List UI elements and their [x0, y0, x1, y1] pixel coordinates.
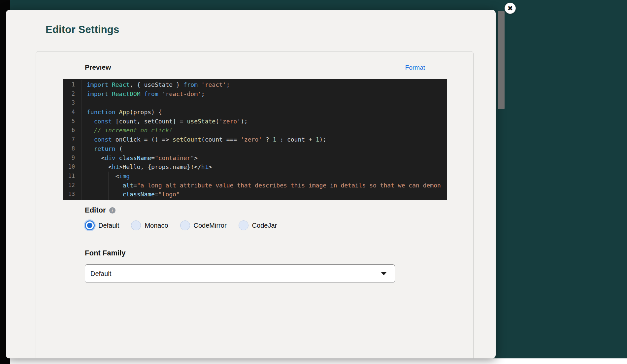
- format-link[interactable]: Format: [405, 64, 425, 71]
- line-number: 3: [63, 98, 75, 108]
- radio-option-label: CodeMirror: [194, 222, 227, 229]
- line-number: 13: [63, 190, 75, 199]
- line-number: 2: [63, 89, 75, 99]
- radio-unselected-icon[interactable]: [131, 220, 141, 230]
- radio-option-label: Default: [98, 222, 119, 229]
- preview-label: Preview: [85, 63, 111, 71]
- code-preview-editor[interactable]: 12345678910111213 import React, { useSta…: [63, 79, 447, 200]
- scrollbar-thumb[interactable]: [498, 11, 505, 109]
- code-line: function App(props) {: [87, 108, 447, 117]
- code-line: [87, 98, 447, 108]
- settings-panel: Preview Format 12345678910111213 import …: [36, 51, 474, 358]
- radio-option-codemirror[interactable]: CodeMirror: [180, 220, 227, 230]
- radio-option-label: CodeJar: [252, 222, 277, 229]
- radio-option-monaco[interactable]: Monaco: [131, 220, 168, 230]
- font-family-label: Font Family: [85, 249, 125, 257]
- radio-unselected-icon[interactable]: [239, 220, 248, 230]
- code-line: <div className="container">: [87, 153, 447, 163]
- line-number: 6: [63, 126, 75, 135]
- code-line: const [count, setCount] = useState('zero…: [87, 117, 447, 126]
- close-button[interactable]: ✖: [505, 3, 516, 14]
- modal-title: Editor Settings: [46, 24, 119, 36]
- code-line: import ReactDOM from 'react-dom';: [87, 89, 447, 99]
- font-family-select[interactable]: Default: [85, 264, 395, 283]
- line-number: 9: [63, 153, 75, 163]
- code-line: className="logo": [87, 190, 447, 199]
- screen: Editor Settings Preview Format 123456789…: [0, 0, 627, 364]
- info-icon[interactable]: i: [109, 207, 116, 214]
- code-line: import React, { useState } from 'react';: [87, 80, 447, 89]
- close-icon: ✖: [508, 4, 513, 12]
- line-number: 12: [63, 181, 75, 190]
- line-number: 5: [63, 117, 75, 126]
- radio-option-label: Monaco: [145, 222, 168, 229]
- radio-option-codejar[interactable]: CodeJar: [239, 220, 277, 230]
- code-line: <img: [87, 172, 447, 181]
- editor-settings-modal: Editor Settings Preview Format 123456789…: [6, 10, 496, 358]
- chevron-down-icon: [381, 272, 387, 275]
- code-line: const onClick = () => setCount(count ===…: [87, 135, 447, 144]
- background-bottom-strip: [10, 358, 627, 364]
- code-line: // increment on click!: [87, 126, 447, 135]
- line-number: 4: [63, 108, 75, 117]
- indent-guide: [94, 117, 94, 200]
- editor-section-header: Editor i: [85, 206, 116, 215]
- code-line: <h1>Hello, {props.name}!</h1>: [87, 162, 447, 172]
- line-numbers: 12345678910111213: [63, 80, 82, 200]
- code-line: return (: [87, 144, 447, 153]
- indent-guide: [101, 153, 101, 200]
- line-number: 7: [63, 135, 75, 144]
- editor-section-label: Editor: [85, 206, 106, 215]
- line-number: 1: [63, 80, 75, 89]
- radio-unselected-icon[interactable]: [180, 220, 190, 230]
- font-family-value: Default: [90, 270, 381, 278]
- line-number: 10: [63, 162, 75, 172]
- code-lines: import React, { useState } from 'react';…: [82, 80, 447, 200]
- line-number: 11: [63, 172, 75, 181]
- indent-guide: [108, 172, 109, 200]
- radio-selected-icon[interactable]: [85, 220, 95, 230]
- line-number: 8: [63, 144, 75, 153]
- radio-option-default[interactable]: Default: [85, 220, 119, 230]
- editor-options: DefaultMonacoCodeMirrorCodeJar: [85, 220, 277, 230]
- code-line: alt="a long alt attribute value that des…: [87, 181, 447, 190]
